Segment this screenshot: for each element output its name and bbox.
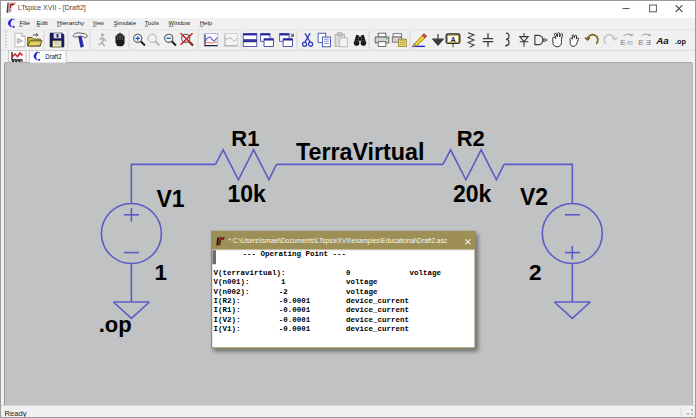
svg-text:1: 1 — [281, 278, 286, 286]
svg-text:-0.0001: -0.0001 — [279, 316, 311, 324]
svg-text:device_current: device_current — [346, 306, 409, 314]
svg-text:V1: V1 — [156, 186, 184, 212]
svg-text:voltage: voltage — [346, 288, 378, 296]
svg-text:I(R1):: I(R1): — [214, 306, 241, 314]
svg-text:V2: V2 — [520, 184, 548, 210]
svg-text:A: A — [451, 36, 456, 43]
svg-text:TerraVirtual: TerraVirtual — [296, 139, 425, 165]
svg-text:0: 0 — [346, 269, 351, 277]
svg-text:E: E — [646, 38, 651, 47]
svg-text:--- Operating Point ---: --- Operating Point --- — [243, 250, 347, 258]
svg-text:I(V2):: I(V2): — [214, 316, 241, 324]
svg-text:File: File — [19, 19, 30, 26]
svg-text:2: 2 — [529, 260, 542, 285]
svg-text:m: m — [627, 39, 633, 46]
svg-text:V(n002):: V(n002): — [214, 288, 250, 296]
svg-text:Draft2: Draft2 — [45, 53, 62, 60]
svg-text:voltage: voltage — [410, 269, 442, 277]
svg-text:Edit: Edit — [37, 19, 49, 26]
svg-text:E: E — [620, 38, 625, 47]
svg-text:V(terravirtual):: V(terravirtual): — [214, 269, 286, 277]
svg-text:Window: Window — [169, 19, 191, 26]
svg-text:1: 1 — [155, 260, 168, 285]
svg-text:Ready: Ready — [5, 409, 27, 418]
svg-text:-0.0001: -0.0001 — [279, 297, 311, 305]
svg-text:-0.0001: -0.0001 — [279, 306, 311, 314]
svg-text:* C:\Users\Ismael\Documents\LT: * C:\Users\Ismael\Documents\LTspiceXVII\… — [229, 237, 448, 245]
svg-text:-0.0001: -0.0001 — [279, 325, 311, 333]
svg-text:device_current: device_current — [346, 297, 409, 305]
svg-text:.op: .op — [675, 37, 686, 46]
svg-text:I(V1):: I(V1): — [214, 325, 241, 333]
svg-text:Simulate: Simulate — [114, 19, 137, 26]
svg-text:V(n001):: V(n001): — [214, 278, 250, 286]
svg-text:LTspice XVII - [Draft2]: LTspice XVII - [Draft2] — [18, 4, 86, 12]
svg-text:I(R2):: I(R2): — [214, 297, 241, 305]
svg-text:R1: R1 — [231, 126, 259, 151]
svg-text:Tools: Tools — [145, 19, 159, 26]
svg-text:20k: 20k — [453, 181, 492, 207]
svg-text:Help: Help — [200, 19, 213, 26]
svg-text:10k: 10k — [227, 181, 266, 207]
svg-text:View: View — [93, 19, 104, 26]
svg-text:R2: R2 — [457, 126, 485, 151]
svg-text:device_current: device_current — [346, 316, 409, 324]
svg-text:device_current: device_current — [346, 325, 409, 333]
svg-text:Aa: Aa — [655, 35, 669, 46]
svg-text:voltage: voltage — [346, 278, 378, 286]
svg-text:.op: .op — [99, 312, 132, 337]
svg-text:Hierarchy: Hierarchy — [57, 19, 85, 26]
svg-text:-2: -2 — [279, 288, 289, 296]
svg-text:E: E — [638, 38, 643, 47]
